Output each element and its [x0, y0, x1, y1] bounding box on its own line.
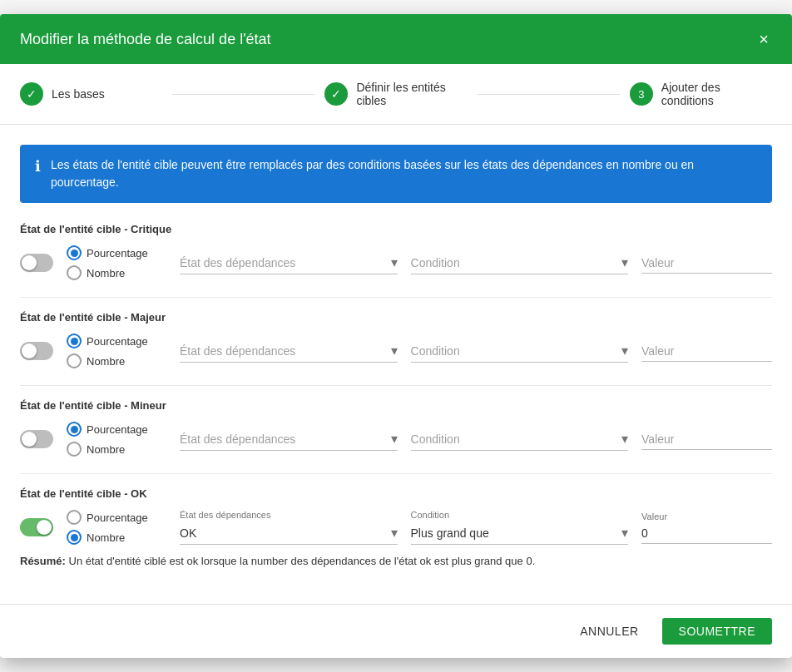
toggle-ok[interactable] [20, 518, 53, 536]
dependency-select-mineur[interactable]: État des dépendances ▾ [180, 427, 398, 451]
condition-placeholder-mineur: Condition [411, 432, 460, 446]
separator-3 [20, 473, 772, 474]
value-control-critique: Valeur [641, 253, 772, 274]
radio-mineur-percentage-outer [67, 422, 82, 437]
dependency-arrow-mineur: ▾ [391, 431, 398, 447]
stepper: ✓ Les bases ✓ Définir les entités cibles… [0, 64, 792, 125]
dependency-field-ok: État des dépendances OK ▾ [180, 510, 398, 545]
radio-critique-percentage-label: Pourcentage [87, 247, 148, 259]
toggle-mineur-track[interactable] [20, 430, 53, 448]
radio-critique-percentage[interactable]: Pourcentage [67, 245, 166, 260]
condition-select-majeur[interactable]: Condition ▾ [411, 339, 629, 363]
condition-placeholder-critique: Condition [411, 256, 460, 269]
section-majeur-title: État de l'entité cible - Majeur [20, 311, 772, 324]
radio-ok-number[interactable]: Nombre [67, 530, 166, 545]
condition-label-ok: Condition [411, 510, 629, 520]
dialog-body: ℹ Les états de l'entité cible peuvent êt… [0, 125, 792, 604]
section-ok-row: Pourcentage Nombre État des dépendances … [20, 510, 772, 545]
value-placeholder-majeur: Valeur [641, 344, 674, 358]
condition-arrow-critique: ▾ [621, 254, 628, 270]
step-3-label: Ajouter des conditions [661, 81, 772, 107]
radio-critique-percentage-inner [71, 250, 78, 257]
radio-critique-percentage-outer [67, 245, 82, 260]
dependency-field-mineur: État des dépendances ▾ [180, 427, 398, 451]
section-mineur-row: Pourcentage Nombre État des dépendances … [20, 422, 772, 457]
condition-arrow-ok: ▾ [621, 525, 628, 541]
toggle-ok-track[interactable] [20, 518, 53, 536]
radio-mineur-percentage-inner [71, 426, 78, 433]
radio-ok-number-inner [71, 534, 78, 541]
condition-select-ok[interactable]: Plus grand que ▾ [411, 521, 629, 545]
radio-mineur-number-label: Nombre [87, 443, 125, 456]
resume-label: Résumé: [20, 555, 66, 567]
dependency-arrow-majeur: ▾ [391, 343, 398, 358]
radio-mineur-number-outer [67, 442, 82, 457]
value-input-ok[interactable] [641, 523, 772, 544]
radio-mineur-percentage-label: Pourcentage [87, 423, 148, 436]
radio-ok-number-label: Nombre [87, 531, 125, 544]
condition-value-ok: Plus grand que [411, 526, 489, 540]
radio-mineur-number[interactable]: Nombre [67, 442, 166, 457]
dependency-field-critique: État des dépendances ▾ [180, 251, 398, 274]
section-majeur-row: Pourcentage Nombre État des dépendances … [20, 334, 772, 368]
toggle-mineur-thumb [22, 432, 37, 447]
condition-field-majeur: Condition ▾ [411, 339, 629, 363]
radio-majeur-percentage-outer [67, 334, 82, 348]
step-2-icon: ✓ [324, 82, 348, 106]
dependency-select-critique[interactable]: État des dépendances ▾ [180, 251, 398, 274]
toggle-majeur-track[interactable] [20, 342, 53, 360]
submit-button[interactable]: SOUMETTRE [662, 618, 772, 645]
value-field-critique: Valeur [641, 253, 772, 274]
cancel-button[interactable]: ANNULER [567, 618, 651, 645]
radio-ok-number-outer [67, 530, 82, 545]
toggle-majeur-thumb [22, 343, 37, 358]
condition-arrow-mineur: ▾ [621, 431, 628, 447]
dialog-header: Modifier la méthode de calcul de l'état … [0, 14, 792, 64]
value-control-mineur: Valeur [641, 429, 772, 450]
dialog-footer: ANNULER SOUMETTRE [0, 604, 792, 658]
dependency-arrow-critique: ▾ [391, 254, 398, 270]
step-3: 3 Ajouter des conditions [630, 81, 772, 107]
section-critique-row: Pourcentage Nombre État des dépendances … [20, 245, 772, 280]
info-text: Les états de l'entité cible peuvent être… [51, 156, 757, 191]
step-connector-2 [478, 94, 620, 95]
section-mineur-title: État de l'entité cible - Mineur [20, 399, 772, 412]
dependency-label-ok: État des dépendances [180, 510, 398, 520]
toggle-ok-thumb [37, 520, 52, 535]
step-2: ✓ Définir les entités cibles [324, 81, 467, 107]
condition-field-critique: Condition ▾ [411, 251, 629, 274]
close-button[interactable]: × [755, 27, 772, 51]
section-critique: État de l'entité cible - Critique Pource… [20, 223, 772, 280]
dependency-select-ok[interactable]: OK ▾ [180, 521, 398, 545]
dependency-select-majeur[interactable]: État des dépendances ▾ [180, 339, 398, 363]
radio-majeur-number[interactable]: Nombre [67, 353, 166, 368]
condition-select-critique[interactable]: Condition ▾ [411, 251, 629, 274]
step-2-label: Définir les entités cibles [356, 81, 467, 107]
radio-majeur-percentage-label: Pourcentage [87, 335, 148, 348]
toggle-mineur[interactable] [20, 430, 53, 448]
condition-arrow-majeur: ▾ [621, 343, 628, 358]
radio-group-majeur: Pourcentage Nombre [67, 334, 166, 368]
section-critique-title: État de l'entité cible - Critique [20, 223, 772, 235]
toggle-critique[interactable] [20, 254, 53, 272]
value-field-mineur: Valeur [641, 429, 772, 450]
dependency-value-ok: OK [180, 526, 196, 540]
radio-critique-number[interactable]: Nombre [67, 265, 166, 280]
separator-2 [20, 385, 772, 386]
section-mineur: État de l'entité cible - Mineur Pourcent… [20, 399, 772, 457]
radio-ok-percentage[interactable]: Pourcentage [67, 510, 166, 525]
radio-majeur-percentage-inner [71, 338, 78, 345]
resume-box: Résumé: Un état d'entité ciblé est ok lo… [20, 555, 772, 567]
step-1-icon: ✓ [20, 82, 43, 106]
condition-select-mineur[interactable]: Condition ▾ [411, 427, 629, 451]
radio-majeur-percentage[interactable]: Pourcentage [67, 334, 166, 348]
step-1-label: Les bases [52, 87, 105, 101]
toggle-majeur[interactable] [20, 342, 53, 360]
toggle-critique-track[interactable] [20, 254, 53, 272]
toggle-critique-thumb [22, 255, 37, 270]
value-label-ok: Valeur [641, 511, 772, 521]
step-1: ✓ Les bases [20, 82, 162, 106]
radio-mineur-percentage[interactable]: Pourcentage [67, 422, 166, 437]
radio-critique-number-label: Nombre [87, 267, 125, 279]
dependency-placeholder-mineur: État des dépendances [180, 432, 295, 446]
